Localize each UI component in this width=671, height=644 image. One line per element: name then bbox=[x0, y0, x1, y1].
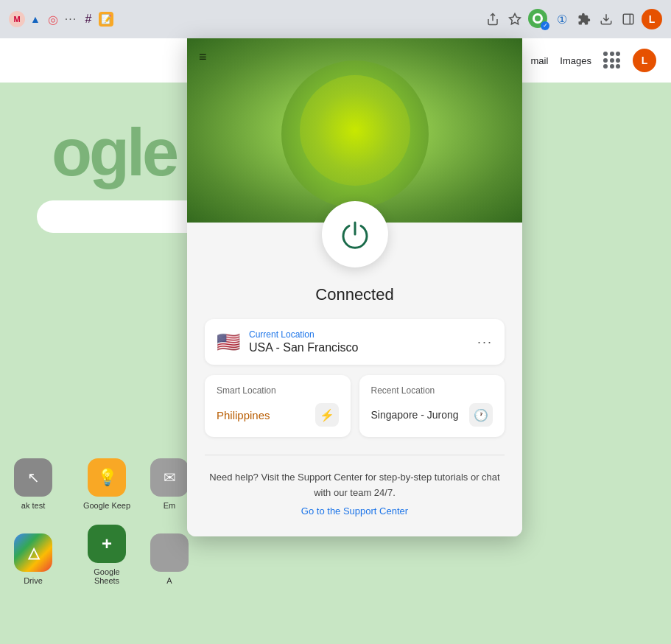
vpn-decorative-circles bbox=[187, 38, 522, 223]
recent-location-content: Singapore - Jurong 🕐 bbox=[371, 403, 493, 427]
vpn-more-options-button[interactable]: ··· bbox=[477, 335, 493, 350]
app-item-drive[interactable]: △ Drive bbox=[7, 533, 59, 585]
grid-dot bbox=[616, 58, 620, 63]
chrome-user-avatar[interactable]: L bbox=[642, 9, 662, 29]
smart-location-icon: ⚡ bbox=[315, 403, 339, 427]
bookmark-icon[interactable] bbox=[506, 10, 524, 28]
recent-location-label: Recent Location bbox=[371, 385, 493, 396]
google-drive-icon: △ bbox=[14, 533, 52, 572]
vpn-popup: ≡ Connected 🇺🇸 Current Location USA - Sa… bbox=[187, 38, 522, 536]
email-app-icon: ✉ bbox=[150, 458, 189, 497]
asana-icon[interactable]: M bbox=[9, 11, 25, 27]
vpn-location-name: USA - San Francisco bbox=[249, 341, 468, 354]
other-app-label: A bbox=[166, 576, 172, 585]
app-item-keep[interactable]: 💡 Google Keep bbox=[81, 458, 133, 510]
vpn-power-section bbox=[205, 234, 505, 285]
analytics-icon[interactable]: ▲ bbox=[28, 12, 43, 27]
vpn-extension-icon[interactable]: ✓ bbox=[528, 9, 549, 29]
vpn-recent-location-card[interactable]: Recent Location Singapore - Jurong 🕐 bbox=[359, 375, 505, 437]
slack-icon[interactable]: # bbox=[81, 12, 96, 27]
circleci-icon[interactable]: ◎ bbox=[46, 12, 60, 27]
chrome-toolbar: M ▲ ◎ ··· # 📝 ✓ ① bbox=[0, 0, 671, 38]
vpn-power-button[interactable] bbox=[322, 201, 388, 267]
dots-icon[interactable]: ··· bbox=[63, 12, 78, 27]
google-user-avatar[interactable]: L bbox=[633, 49, 656, 72]
drive-label: Drive bbox=[24, 576, 43, 585]
google-images-link[interactable]: Images bbox=[560, 55, 591, 66]
vpn-location-label: Current Location bbox=[249, 329, 468, 340]
vpn-mid-circle bbox=[300, 75, 410, 186]
app-item-other[interactable]: A bbox=[155, 533, 184, 585]
vpn-smart-location-card[interactable]: Smart Location Philippines ⚡ bbox=[205, 375, 351, 437]
vpn-support-text: Need help? Visit the Support Center for … bbox=[205, 470, 505, 501]
svg-rect-1 bbox=[623, 14, 633, 24]
smart-location-label: Smart Location bbox=[217, 385, 339, 396]
recent-location-icon: 🕐 bbox=[469, 403, 493, 427]
download-icon[interactable] bbox=[597, 10, 615, 28]
share-icon[interactable] bbox=[484, 10, 502, 28]
google-keep-label: Google Keep bbox=[83, 501, 130, 510]
cursor-app-icon: ↖ bbox=[14, 458, 52, 497]
google-mail-link[interactable]: mail bbox=[531, 55, 549, 66]
vpn-header: ≡ bbox=[187, 38, 522, 223]
chrome-toolbar-actions: ✓ ① L bbox=[484, 9, 662, 29]
grid-dot bbox=[616, 64, 620, 69]
sheets-label: Google Sheets bbox=[81, 567, 133, 585]
grid-dot bbox=[610, 64, 614, 69]
vpn-support-center-link[interactable]: Go to the Support Center bbox=[205, 504, 505, 519]
google-apps-grid-icon[interactable] bbox=[603, 52, 621, 69]
sidebar-toggle-icon[interactable] bbox=[619, 10, 637, 28]
app-item-email[interactable]: ✉ Em bbox=[155, 458, 184, 510]
grid-dot bbox=[610, 58, 614, 63]
current-location-flag: 🇺🇸 bbox=[217, 332, 240, 351]
cursor-app-label: ak test bbox=[21, 501, 45, 510]
app-icons-row-2: △ Drive + Google Sheets A bbox=[7, 525, 184, 585]
vpn-location-info: Current Location USA - San Francisco bbox=[249, 329, 468, 354]
extension-icons-left: M ▲ ◎ ··· # 📝 bbox=[9, 11, 113, 27]
google-sheets-icon: + bbox=[88, 525, 126, 563]
1password-icon[interactable]: ① bbox=[553, 10, 571, 28]
grid-dot bbox=[603, 52, 608, 56]
vpn-current-location-card[interactable]: 🇺🇸 Current Location USA - San Francisco … bbox=[205, 319, 505, 365]
svg-marker-0 bbox=[510, 14, 521, 24]
memo-icon[interactable]: 📝 bbox=[99, 12, 113, 27]
grid-dot bbox=[610, 52, 614, 56]
recent-location-name: Singapore - Jurong bbox=[371, 409, 459, 421]
app-item-cursor[interactable]: ↖ ak test bbox=[7, 458, 59, 510]
app-icons-row-1: ↖ ak test 💡 Google Keep ✉ Em bbox=[7, 458, 184, 510]
google-keep-icon: 💡 bbox=[88, 458, 126, 497]
grid-dot bbox=[603, 64, 608, 69]
email-app-label: Em bbox=[164, 501, 176, 510]
vpn-location-cards-row: Smart Location Philippines ⚡ Recent Loca… bbox=[205, 375, 505, 437]
grid-dot bbox=[603, 58, 608, 63]
smart-location-name: Philippines bbox=[217, 409, 270, 421]
smart-location-content: Philippines ⚡ bbox=[217, 403, 339, 427]
vpn-status-label: Connected bbox=[205, 285, 505, 304]
vpn-support-section: Need help? Visit the Support Center for … bbox=[205, 455, 505, 519]
extensions-icon[interactable] bbox=[575, 10, 593, 28]
grid-dot bbox=[616, 52, 620, 56]
vpn-body: Connected 🇺🇸 Current Location USA - San … bbox=[187, 223, 522, 536]
app-item-sheets[interactable]: + Google Sheets bbox=[81, 525, 133, 585]
other-app-icon bbox=[150, 533, 189, 572]
